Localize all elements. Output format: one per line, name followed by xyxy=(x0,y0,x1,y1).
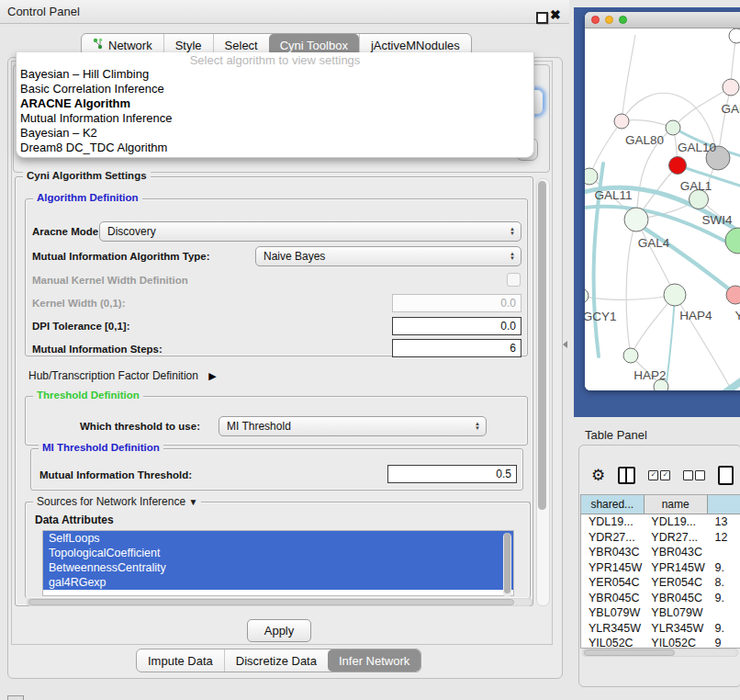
data-attributes-list[interactable]: SelfLoops TopologicalCoefficient Between… xyxy=(42,530,514,596)
mi-algorithm-type-value: Naive Bayes xyxy=(263,250,325,263)
list-item[interactable]: BetweennessCentrality xyxy=(43,560,513,575)
list-item[interactable]: TopologicalCoefficient xyxy=(43,546,513,560)
network-node-label: Y xyxy=(734,309,740,322)
column-header-partial[interactable] xyxy=(708,495,740,514)
network-node[interactable] xyxy=(585,288,589,303)
manual-kernel-width-label: Manual Kernel Width Definition xyxy=(32,275,188,286)
apply-button[interactable]: Apply xyxy=(247,619,311,642)
network-view[interactable]: GAL80 GAL10 GAL1 GAL11 SWI4 GAL4 GCY1 HA… xyxy=(585,28,740,390)
manual-kernel-width-checkbox[interactable] xyxy=(507,273,521,287)
dropdown-item[interactable]: Basic Correlation Inference xyxy=(17,82,533,96)
dropdown-item[interactable]: Bayesian – Hill Climbing xyxy=(17,67,533,82)
tab-discretize-data[interactable]: Discretize Data xyxy=(224,649,328,672)
table-row[interactable]: YIL052CYIL052C9 xyxy=(581,636,740,649)
network-node[interactable] xyxy=(623,348,638,363)
network-node-label: SWI4 xyxy=(701,213,732,227)
select-all-icon[interactable]: ✓✓ xyxy=(648,470,670,480)
float-window-icon[interactable] xyxy=(536,12,548,24)
deselect-all-icon[interactable] xyxy=(683,470,705,480)
network-node-label: GAL11 xyxy=(594,188,632,202)
document-icon[interactable] xyxy=(718,466,734,485)
dropdown-item-selected[interactable]: ARACNE Algorithm xyxy=(17,96,533,111)
table-row[interactable]: YDL19...YDL19...13 xyxy=(581,514,740,530)
table-row[interactable]: YBR043CYBR043C xyxy=(581,545,740,560)
table-row[interactable]: YDR27...YDR27...12 xyxy=(581,530,740,546)
which-threshold-combo[interactable]: MI Threshold ▲▼ xyxy=(219,416,487,436)
sources-group-title[interactable]: Sources for Network Inference ▼ xyxy=(33,495,201,508)
dpi-tolerance-field[interactable]: 0.0 xyxy=(392,317,521,335)
hub-definition-label: Hub/Transcription Factor Definition xyxy=(28,369,198,382)
settings-scrollbar-thumb[interactable] xyxy=(538,181,546,510)
column-header-name[interactable]: name xyxy=(645,495,708,514)
network-window-titlebar[interactable] xyxy=(585,12,740,28)
expander-right-icon: ▶ xyxy=(208,370,216,381)
aracne-mode-value: Discovery xyxy=(107,225,156,238)
algorithm-definition-group: Algorithm Definition Aracne Mode: Discov… xyxy=(25,198,528,356)
dropdown-item[interactable]: Dream8 DC_TDC Algorithm xyxy=(17,141,533,155)
dropdown-item[interactable]: Bayesian – K2 xyxy=(17,126,533,141)
sources-group: Sources for Network Inference ▼ Data Att… xyxy=(25,502,531,598)
network-node[interactable] xyxy=(725,228,740,254)
minimize-traffic-light[interactable] xyxy=(605,16,613,24)
collapse-down-icon: ▼ xyxy=(188,497,197,507)
network-node[interactable] xyxy=(614,114,629,129)
kernel-width-field[interactable]: 0.0 xyxy=(392,294,521,312)
table-row[interactable]: YLR345WYLR345W9. xyxy=(581,621,740,637)
combo-arrows-icon: ▲▼ xyxy=(510,227,515,236)
network-node[interactable] xyxy=(666,120,680,135)
dpi-tolerance-label: DPI Tolerance [0,1]: xyxy=(32,321,130,332)
mi-threshold-field[interactable]: 0.5 xyxy=(387,465,517,483)
table-row[interactable]: YBL079WYBL079W xyxy=(581,605,740,621)
network-node-label: HAP2 xyxy=(633,368,666,382)
data-attributes-label: Data Attributes xyxy=(35,514,114,526)
network-nodes[interactable] xyxy=(585,28,740,390)
network-node[interactable] xyxy=(624,208,648,231)
network-node[interactable] xyxy=(726,286,740,304)
dropdown-item[interactable]: Mutual Information Inference xyxy=(17,111,533,126)
horizontal-scrollbar[interactable] xyxy=(27,598,533,606)
table-horizontal-scrollbar-thumb[interactable] xyxy=(584,649,675,656)
panel-dock-button[interactable] xyxy=(7,695,24,700)
mi-steps-field[interactable]: 6 xyxy=(392,339,521,357)
splitter-collapse-icon[interactable] xyxy=(563,341,567,348)
table-row[interactable]: YER054CYER054C8. xyxy=(581,575,740,591)
bottom-tabbar: Impute Data Discretize Data Infer Networ… xyxy=(136,649,421,672)
horizontal-scrollbar-thumb[interactable] xyxy=(28,599,514,605)
hub-definition-expander[interactable]: Hub/Transcription Factor Definition ▶ xyxy=(28,369,217,382)
combo-arrows-icon: ▲▼ xyxy=(475,422,480,431)
network-node-labels: GAL80 GAL10 GAL1 GAL11 SWI4 GAL4 GCY1 HA… xyxy=(585,102,740,382)
mi-algorithm-type-label: Mutual Information Algorithm Type: xyxy=(32,251,210,262)
node-table[interactable]: shared... name YDL19...YDL19...13 YDR27.… xyxy=(580,494,740,649)
aracne-mode-combo[interactable]: Discovery ▲▼ xyxy=(99,221,521,242)
close-traffic-light[interactable] xyxy=(591,16,600,24)
network-node[interactable] xyxy=(729,28,740,43)
list-item[interactable]: SelfLoops xyxy=(43,531,513,546)
combo-arrows-icon: ▲▼ xyxy=(510,252,515,261)
mi-algorithm-type-combo[interactable]: Naive Bayes ▲▼ xyxy=(255,246,521,266)
table-horizontal-scrollbar[interactable] xyxy=(582,649,738,657)
tab-infer-network[interactable]: Infer Network xyxy=(328,649,420,672)
network-node-label: GAL1 xyxy=(680,179,712,193)
columns-icon[interactable] xyxy=(618,467,635,484)
zoom-traffic-light[interactable] xyxy=(619,16,627,24)
algorithm-dropdown: Select algorithm to view settings Bayesi… xyxy=(16,52,534,158)
network-node[interactable] xyxy=(723,79,739,96)
table-header-row: shared... name xyxy=(581,495,740,514)
close-icon[interactable]: ✖ xyxy=(550,7,561,22)
table-row[interactable]: YBR045CYBR045C9. xyxy=(581,591,740,606)
table-row[interactable]: YPR145WYPR145W9. xyxy=(581,560,740,576)
tab-impute-data[interactable]: Impute Data xyxy=(137,649,224,672)
which-threshold-value: MI Threshold xyxy=(227,420,291,433)
network-node[interactable] xyxy=(664,284,686,306)
network-node-selected[interactable] xyxy=(669,157,687,175)
list-scrollbar[interactable] xyxy=(503,533,511,597)
threshold-definition-group: Threshold Definition Which threshold to … xyxy=(25,396,528,446)
settings-scrollbar[interactable] xyxy=(536,178,550,606)
algorithm-definition-title: Algorithm Definition xyxy=(33,192,142,203)
gear-icon[interactable]: ⚙ xyxy=(591,468,605,483)
list-scrollbar-thumb[interactable] xyxy=(504,533,510,593)
network-node[interactable] xyxy=(585,168,598,185)
column-header-shared-name[interactable]: shared... xyxy=(581,495,645,514)
network-node-label: GAL10 xyxy=(678,141,716,154)
list-item[interactable]: gal4RGexp xyxy=(43,575,513,590)
